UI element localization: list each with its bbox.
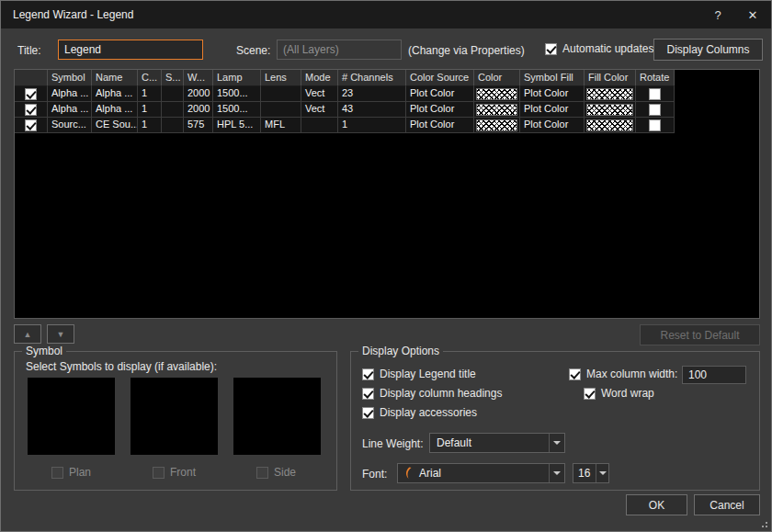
cell-symbol-fill[interactable]: Plot Color [520, 102, 585, 118]
max-column-width-label: Max column width: [586, 368, 677, 380]
cell-symbol-fill[interactable]: Plot Color [520, 86, 585, 102]
cell-w: 2000 [184, 102, 213, 118]
max-column-width-box[interactable] [569, 368, 581, 380]
cell-channels: 1 [338, 118, 406, 133]
display-column-headings-box[interactable] [362, 388, 374, 400]
cell-s [162, 102, 184, 118]
display-column-headings-checkbox[interactable]: Display column headings [362, 387, 502, 400]
header-cell-name[interactable]: Name [92, 70, 138, 86]
header-cell-symbol[interactable]: Symbol [48, 70, 92, 86]
line-weight-value: Default [437, 436, 471, 449]
symbol-group-title: Symbol [22, 345, 66, 357]
plan-checkbox: Plan [51, 466, 91, 479]
rotate-checkbox[interactable] [649, 119, 661, 131]
title-input[interactable] [58, 40, 203, 60]
resize-grip-icon[interactable] [759, 519, 767, 527]
font-size-select[interactable]: 16 [573, 463, 609, 483]
automatic-updates-checkbox-box[interactable] [545, 43, 557, 55]
cell-symbol-fill[interactable]: Plot Color [520, 118, 585, 133]
front-checkbox-box [153, 467, 165, 479]
cell-color-source[interactable]: Plot Color [406, 102, 474, 118]
fill-color-swatch[interactable] [586, 88, 633, 100]
header-cell-w[interactable]: W... [184, 70, 213, 86]
cell-c: 1 [138, 86, 162, 102]
row-include-checkbox[interactable] [25, 119, 37, 131]
reset-to-default-button[interactable]: Reset to Default [640, 324, 760, 345]
display-options-group: Display Options Display Legend title Dis… [350, 351, 760, 491]
header-cell-symbol-fill[interactable]: Symbol Fill [520, 70, 585, 86]
plan-checkbox-box [51, 467, 63, 479]
word-wrap-label: Word wrap [601, 387, 654, 400]
header-cell-color-source[interactable]: Color Source [406, 70, 474, 86]
font-label: Font: [362, 468, 387, 481]
header-cell-rotate[interactable]: Rotate [636, 70, 675, 86]
display-accessories-box[interactable] [362, 407, 374, 419]
header-cell-channels[interactable]: # Channels [338, 70, 406, 86]
color-swatch[interactable] [476, 119, 517, 131]
table-row[interactable]: Alpha ... Alpha ... 1 2000 1500... Vect … [15, 86, 759, 102]
table-row[interactable]: Sourc... CE Sou... 1 575 HPL 5... MFL 1 … [15, 118, 759, 133]
window-titlebar: Legend Wizard - Legend ? ✕ [1, 1, 771, 28]
row-include-checkbox[interactable] [25, 88, 37, 100]
cell-channels: 23 [338, 86, 406, 102]
cell-w: 2000 [184, 86, 213, 102]
display-accessories-checkbox[interactable]: Display accessories [362, 406, 477, 419]
automatic-updates-checkbox[interactable]: Automatic updates [545, 42, 653, 55]
cell-symbol: Alpha ... [48, 102, 92, 118]
cell-c: 1 [138, 118, 162, 133]
symbol-instruction: Select Symbols to display (if available)… [26, 360, 217, 373]
max-column-width-input[interactable] [682, 366, 746, 384]
cell-channels: 43 [338, 102, 406, 118]
symbol-group: Symbol Select Symbols to display (if ava… [14, 351, 337, 491]
header-cell-mode[interactable]: Mode [301, 70, 338, 86]
side-checkbox-box [256, 467, 268, 479]
font-select[interactable]: Arial [397, 463, 565, 483]
word-wrap-box[interactable] [584, 388, 596, 400]
display-legend-title-checkbox[interactable]: Display Legend title [362, 368, 476, 380]
color-swatch[interactable] [476, 88, 517, 100]
header-cell-c[interactable]: C... [138, 70, 162, 86]
close-icon[interactable]: ✕ [746, 8, 759, 22]
cell-color-source[interactable]: Plot Color [406, 86, 474, 102]
header-cell-include [15, 70, 48, 86]
chevron-down-icon [553, 441, 561, 445]
header-cell-lamp[interactable]: Lamp [213, 70, 261, 86]
side-label: Side [274, 466, 296, 479]
ok-button[interactable]: OK [626, 494, 687, 515]
window-title: Legend Wizard - Legend [13, 8, 133, 21]
header-cell-s[interactable]: S... [162, 70, 184, 86]
header-cell-fill-color[interactable]: Fill Color [585, 70, 636, 86]
cell-color-source[interactable]: Plot Color [406, 118, 474, 133]
cell-name: Alpha ... [92, 102, 138, 118]
display-columns-button[interactable]: Display Columns [653, 39, 763, 61]
word-wrap-checkbox[interactable]: Word wrap [584, 387, 654, 400]
line-weight-select[interactable]: Default [429, 433, 565, 453]
cancel-button[interactable]: Cancel [694, 494, 760, 515]
fill-color-swatch[interactable] [586, 119, 633, 131]
display-column-headings-label: Display column headings [380, 387, 502, 400]
help-icon[interactable]: ? [711, 8, 724, 22]
cell-lens: MFL [261, 118, 301, 133]
display-legend-title-box[interactable] [362, 368, 374, 380]
move-down-button[interactable]: ▼ [47, 324, 74, 344]
rotate-checkbox[interactable] [649, 104, 661, 116]
side-checkbox: Side [256, 466, 296, 479]
chevron-down-icon [553, 471, 561, 475]
max-column-width-checkbox[interactable]: Max column width: [569, 368, 677, 380]
legend-table[interactable]: Symbol Name C... S... W... Lamp Lens Mod… [14, 69, 760, 319]
color-swatch[interactable] [476, 104, 517, 116]
font-size-value: 16 [578, 467, 590, 480]
cell-c: 1 [138, 102, 162, 118]
header-cell-lens[interactable]: Lens [261, 70, 301, 86]
table-row[interactable]: Alpha ... Alpha ... 1 2000 1500... Vect … [15, 102, 759, 118]
row-include-checkbox[interactable] [25, 104, 37, 116]
cell-lamp: HPL 5... [213, 118, 261, 133]
fill-color-swatch[interactable] [586, 104, 633, 116]
move-up-button[interactable]: ▲ [14, 324, 41, 344]
cell-mode [301, 118, 338, 133]
symbol-preview-plan [28, 378, 115, 455]
cell-lamp: 1500... [213, 86, 261, 102]
header-cell-color[interactable]: Color [474, 70, 520, 86]
font-value: Arial [419, 467, 441, 480]
rotate-checkbox[interactable] [649, 88, 661, 100]
